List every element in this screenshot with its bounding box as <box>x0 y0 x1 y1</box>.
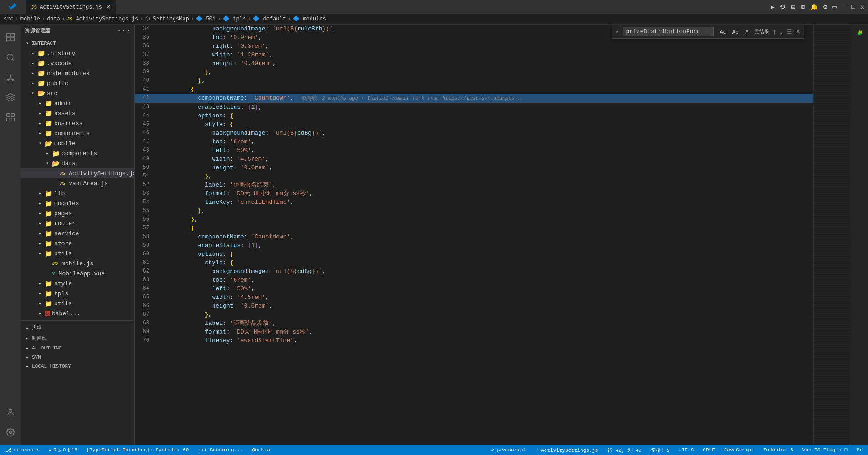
find-regex[interactable]: .* <box>742 28 750 36</box>
sidebar-item-router[interactable]: 📁 router <box>21 218 134 228</box>
extensions-icon[interactable]: ⧉ <box>791 3 795 10</box>
find-next-button[interactable]: ↓ <box>780 28 783 35</box>
status-quokka[interactable]: Quokka <box>250 445 272 455</box>
sidebar-item-activity-settings[interactable]: JS ActivitySettings.js <box>21 168 134 178</box>
sidebar-explorer-header[interactable]: 资源管理器 ··· <box>21 25 134 36</box>
code-line-59: 59 enableStatus: [1], <box>135 241 813 250</box>
sidebar-item-src[interactable]: 📂 src <box>21 88 134 98</box>
activity-scm[interactable] <box>1 68 20 86</box>
run-icon[interactable]: ▶ <box>771 3 774 11</box>
sidebar-item-tpls[interactable]: 📁 tpls <box>21 288 134 298</box>
bc-default[interactable]: 🔷 default <box>253 15 286 22</box>
status-line-col[interactable]: 行 42, 列 40 <box>606 445 643 455</box>
sidebar-interact-header[interactable]: INTERACT <box>21 38 134 48</box>
bc-src[interactable]: src <box>4 16 14 22</box>
sidebar-item-utils[interactable]: 📁 utils <box>21 248 134 258</box>
activity-settings-gear[interactable] <box>1 423 20 441</box>
sidebar-item-service[interactable]: 📁 service <box>21 228 134 238</box>
status-language[interactable]: JavaScript <box>722 445 756 455</box>
arrow-history <box>30 51 36 56</box>
sidebar-item-store[interactable]: 📁 store <box>21 238 134 248</box>
minimize-icon[interactable]: — <box>842 3 846 10</box>
sidebar-menu-icon[interactable]: ··· <box>117 26 131 35</box>
sidebar-item-style[interactable]: 📁 style <box>21 278 134 288</box>
bc-modules[interactable]: 🔷 modules <box>293 15 326 22</box>
bc-settingsmap[interactable]: ⬡ SettingsMap <box>145 15 189 22</box>
sidebar-item-modules[interactable]: 📁 modules <box>21 198 134 208</box>
close-icon[interactable]: ✕ <box>861 3 864 11</box>
sidebar-item-components[interactable]: 📁 components <box>21 128 134 138</box>
status-ts-importer[interactable]: [TypeScript Importer]: Symbols: 60 <box>85 445 190 455</box>
find-case-sensitive[interactable]: Aa <box>717 28 728 36</box>
status-errors[interactable]: ✕ 0 ⚠ 0 ℹ 15 <box>46 445 79 455</box>
activity-debug[interactable] <box>1 88 20 106</box>
status-release[interactable]: ⎇ release ↻ <box>4 445 41 455</box>
svg-rect-2 <box>7 38 10 41</box>
status-line-ending[interactable]: CRLF <box>701 445 716 455</box>
debug-icon[interactable]: ⟲ <box>780 3 785 11</box>
layout-icon[interactable]: ▭ <box>832 3 836 11</box>
status-pr[interactable]: Pr <box>855 445 864 455</box>
find-input[interactable] <box>623 27 714 36</box>
sidebar-item-pages[interactable]: 📁 pages <box>21 208 134 218</box>
bc-data[interactable]: data <box>47 16 60 22</box>
find-whole-word[interactable]: Ab <box>730 28 740 36</box>
bc-501[interactable]: 🔷 501 <box>196 15 216 22</box>
find-list-button[interactable]: ☰ <box>786 28 792 35</box>
editor-tab-activity-settings[interactable]: JS ActivitySettings.js × <box>26 0 116 14</box>
status-indents[interactable]: Indents: 6 <box>761 445 795 455</box>
bc-mobile[interactable]: mobile <box>20 16 40 22</box>
sidebar-item-vant-area[interactable]: JS vantArea.js <box>21 178 134 188</box>
find-prev-button[interactable]: ↑ <box>773 28 776 35</box>
sidebar-item-mobile[interactable]: 📂 mobile <box>21 138 134 148</box>
activity-extensions[interactable] <box>1 108 20 126</box>
bc-tpls[interactable]: 🔷 tpls <box>223 15 246 22</box>
sidebar-item-public[interactable]: 📁 public <box>21 78 134 88</box>
sidebar-item-utils2[interactable]: 📁 utils <box>21 298 134 308</box>
arrow-business <box>37 121 43 126</box>
arrow-data <box>45 161 50 166</box>
sidebar-item-label: ActivitySettings.js <box>69 170 135 177</box>
sidebar-item-lib[interactable]: 📁 lib <box>21 188 134 198</box>
sidebar-item-babel[interactable]: 🅱 babel... <box>21 308 134 318</box>
maximize-icon[interactable]: □ <box>851 3 855 10</box>
settings-icon[interactable]: ⚙ <box>823 3 827 11</box>
sidebar-svn[interactable]: SVN <box>21 353 134 362</box>
sidebar-item-business[interactable]: 📁 business <box>21 118 134 128</box>
svg-rect-0 <box>7 34 10 37</box>
status-encoding[interactable]: UTF-8 <box>677 445 695 455</box>
sidebar-item-vscode[interactable]: 📁 .vscode <box>21 58 134 68</box>
sidebar-item-data[interactable]: 📂 data <box>21 158 134 168</box>
status-errors-count: 0 <box>53 447 56 453</box>
find-close-button[interactable]: × <box>796 28 800 36</box>
status-checkmark[interactable]: ✓ ActivitySettings.js <box>533 445 600 455</box>
right-panel-icon[interactable]: 🧩 <box>857 30 862 35</box>
tab-close-button[interactable]: × <box>107 4 110 11</box>
status-eslint[interactable]: ✓ javascript <box>489 445 528 455</box>
activity-search[interactable] <box>1 48 20 66</box>
arrow-mobile-components <box>45 151 50 156</box>
sidebar-outline[interactable]: 大纲 <box>21 323 134 333</box>
sidebar-al-outline[interactable]: AL OUTLINE <box>21 344 134 353</box>
sidebar-item-assets[interactable]: 📁 assets <box>21 108 134 118</box>
sidebar-item-admin[interactable]: 📁 admin <box>21 98 134 108</box>
code-editor[interactable]: 34 backgroundImage: `url(${ruleBth})`, 3… <box>135 25 813 445</box>
file-js-mobile-icon: JS <box>52 261 58 266</box>
sidebar-item-history[interactable]: 📁 .history <box>21 48 134 58</box>
status-vue-plugin[interactable]: Vue TS Plugin □ <box>801 445 849 455</box>
sidebar-item-mobile-js[interactable]: JS mobile.js <box>21 258 134 268</box>
arrow-public <box>30 81 36 86</box>
sidebar-local-history[interactable]: LOCAL HISTORY <box>21 362 134 371</box>
remote-icon[interactable]: ⊞ <box>801 3 804 11</box>
sidebar-item-mobile-components[interactable]: 📁 components <box>21 148 134 158</box>
folder-history-icon: 📁 <box>37 50 45 57</box>
bc-file[interactable]: JS ActivitySettings.js <box>67 16 138 22</box>
status-spaces[interactable]: 空格: 2 <box>649 445 672 455</box>
account-icon[interactable]: 🔔 <box>810 3 818 11</box>
sidebar-timeline[interactable]: 时间线 <box>21 333 134 344</box>
sidebar-item-node-modules[interactable]: 📁 node_modules <box>21 68 134 78</box>
status-scanning[interactable]: (↑) Scanning... <box>196 445 245 455</box>
activity-account[interactable] <box>1 403 20 421</box>
sidebar-item-mobileapp-vue[interactable]: V MobileApp.vue <box>21 268 134 278</box>
activity-explorer[interactable] <box>1 28 20 46</box>
